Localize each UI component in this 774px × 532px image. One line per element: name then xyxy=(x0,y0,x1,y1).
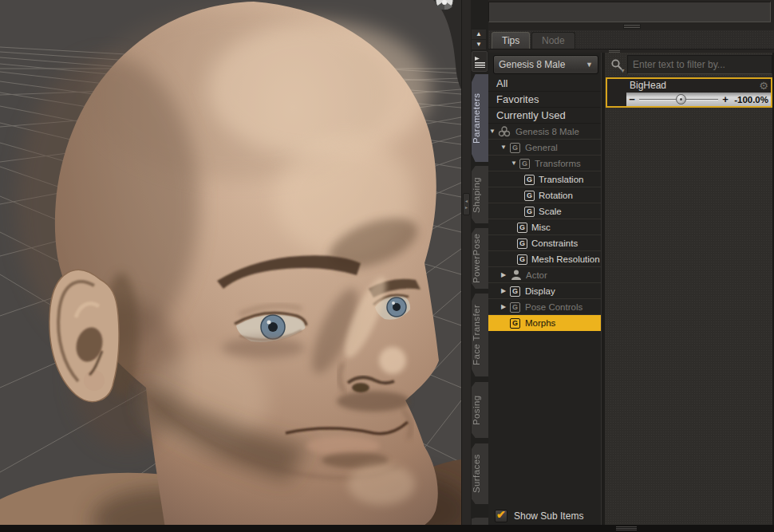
slider-thumb[interactable] xyxy=(676,94,686,104)
tree-item-rotation[interactable]: G Rotation xyxy=(488,187,601,203)
tree-item-translation[interactable]: G Translation xyxy=(488,171,601,187)
group-icon: G xyxy=(517,254,527,265)
collapse-right-icon: ▸ xyxy=(465,205,468,210)
figure-scope-dropdown[interactable]: Genesis 8 Male ▼ xyxy=(493,55,598,74)
daz-studio-window: ◂ ▸ ▲ ▼ Parameters Shaping PowerPose Fac… xyxy=(0,0,774,532)
side-tab-posing[interactable]: Posing xyxy=(472,382,488,438)
group-icon: G xyxy=(517,223,527,233)
morph-slider[interactable]: − + -100.0% xyxy=(626,93,771,106)
tree-item-morphs[interactable]: G Morphs xyxy=(488,315,601,331)
collapse-left-icon: ◂ xyxy=(465,199,468,203)
bottom-splitter-bar xyxy=(0,525,774,532)
tree-item-actor[interactable]: ▶ Actor xyxy=(488,267,601,283)
tree-item-mesh-resolution[interactable]: G Mesh Resolution xyxy=(488,251,601,267)
morph-card-bighead[interactable]: BigHead ⚙ − + -100.0% xyxy=(606,77,772,108)
pane-splitter-grip[interactable] xyxy=(623,24,641,29)
tab-scroll-up-button[interactable]: ▲ xyxy=(472,30,486,39)
tree-item-label: Translation xyxy=(539,171,583,187)
parameters-list-pane: Genesis 8 Male ▼ All Favorites Currently… xyxy=(488,53,601,525)
figure-group-icon xyxy=(498,125,511,138)
tree-item-label: General xyxy=(525,140,558,156)
morph-card-header: BigHead ⚙ xyxy=(607,79,771,93)
bottom-splitter-grip[interactable] xyxy=(616,526,637,530)
tree-item-label: Misc xyxy=(531,219,551,235)
slider-value[interactable]: -100.0% xyxy=(731,95,771,104)
side-tab-face-transfer[interactable]: Face Transfer xyxy=(472,294,488,376)
viewport-canvas[interactable] xyxy=(0,0,461,525)
slider-increment-button[interactable]: + xyxy=(720,93,731,105)
gear-icon[interactable]: ⚙ xyxy=(759,79,768,93)
tree-item-label: Display xyxy=(525,283,555,299)
figure-icon xyxy=(510,269,523,282)
show-sub-items-label: Show Sub Items xyxy=(514,510,583,522)
group-icon: G xyxy=(524,191,535,201)
tree-item-label: Mesh Resolution xyxy=(531,251,600,267)
group-icon: G xyxy=(510,318,520,329)
viewport-3d[interactable] xyxy=(0,0,461,525)
expand-arrow-icon[interactable]: ▼ xyxy=(510,156,518,171)
tree-item-label: Morphs xyxy=(525,315,555,331)
figure-scope-value: Genesis 8 Male xyxy=(499,56,565,73)
side-tab-surfaces[interactable]: Surfaces xyxy=(472,443,488,504)
tree-item-label: Genesis 8 Male xyxy=(515,124,579,140)
filter-input[interactable] xyxy=(627,55,772,74)
expand-arrow-icon[interactable]: ▶ xyxy=(500,299,507,315)
side-tab-column: ▲ ▼ Parameters Shaping PowerPose Face Tr… xyxy=(471,0,488,525)
tips-content-panel xyxy=(488,2,771,22)
group-icon: G xyxy=(510,286,520,297)
filter-item-favorites[interactable]: Favorites xyxy=(488,92,601,108)
side-tab-shaping[interactable]: Shaping xyxy=(472,166,488,223)
tree-item-misc[interactable]: G Misc xyxy=(488,219,601,235)
group-icon: G xyxy=(519,159,530,169)
tree-item-general[interactable]: ▼ G General xyxy=(488,140,601,156)
slider-track[interactable] xyxy=(638,93,720,106)
filter-options-button[interactable]: ▼ xyxy=(606,54,627,75)
tree-item-label: Transforms xyxy=(535,156,581,171)
expand-arrow-icon[interactable]: ▶ xyxy=(500,267,507,283)
expand-arrow-icon[interactable]: ▼ xyxy=(500,140,507,156)
show-sub-items-checkbox[interactable]: ✔ xyxy=(495,510,507,522)
pane-menu-icon xyxy=(474,56,486,68)
tab-tips[interactable]: Tips xyxy=(492,32,530,49)
show-sub-items-row[interactable]: ✔ Show Sub Items xyxy=(495,508,583,524)
side-tab-powerpose[interactable]: PowerPose xyxy=(472,228,488,289)
side-tab-parameters[interactable]: Parameters xyxy=(472,74,488,162)
group-icon: G xyxy=(510,302,520,313)
tree-item-label: Rotation xyxy=(539,187,573,203)
filter-dropdown-arrow-icon: ▼ xyxy=(620,68,626,73)
tree-item-transforms[interactable]: ▼ G Transforms xyxy=(488,156,601,171)
group-icon: G xyxy=(524,175,535,185)
dropdown-arrow-icon: ▼ xyxy=(586,56,593,73)
tree-item-label: Pose Controls xyxy=(525,299,582,315)
tree-item-label: Scale xyxy=(539,203,562,219)
tab-node[interactable]: Node xyxy=(531,32,575,49)
group-icon: G xyxy=(510,143,520,153)
tab-scroll-down-button[interactable]: ▼ xyxy=(472,40,486,49)
tree-item-genesis-8-male[interactable]: ▼ Genesis 8 Male xyxy=(488,124,601,140)
expand-arrow-icon[interactable]: ▼ xyxy=(488,124,496,140)
viewport-pane-splitter[interactable]: ◂ ▸ xyxy=(461,0,471,525)
filter-item-all[interactable]: All xyxy=(488,76,601,92)
tips-node-tabbar: Tips Node xyxy=(488,30,774,49)
filter-row: ▼ xyxy=(606,54,772,75)
tree-item-constraints[interactable]: G Constraints xyxy=(488,235,601,251)
expand-arrow-icon[interactable]: ▶ xyxy=(500,283,507,299)
tree-item-display[interactable]: ▶ G Display xyxy=(488,283,601,299)
filter-item-currently-used[interactable]: Currently Used xyxy=(488,108,601,124)
pane-options-button[interactable] xyxy=(472,51,488,72)
morph-slider-pane: ▼ BigHead ⚙ − + -100.0% xyxy=(605,53,774,525)
tree-item-label: Actor xyxy=(526,267,547,283)
tree-item-label: Constraints xyxy=(531,235,578,251)
tree-item-scale[interactable]: G Scale xyxy=(488,203,601,219)
group-icon: G xyxy=(517,238,527,249)
check-icon: ✔ xyxy=(496,508,506,521)
slider-decrement-button[interactable]: − xyxy=(626,93,638,105)
group-icon: G xyxy=(524,207,535,217)
pane-collapse-handle[interactable]: ◂ ▸ xyxy=(463,193,470,215)
morph-name: BigHead xyxy=(630,79,666,93)
tree-item-pose-controls[interactable]: ▶ G Pose Controls xyxy=(488,299,601,315)
